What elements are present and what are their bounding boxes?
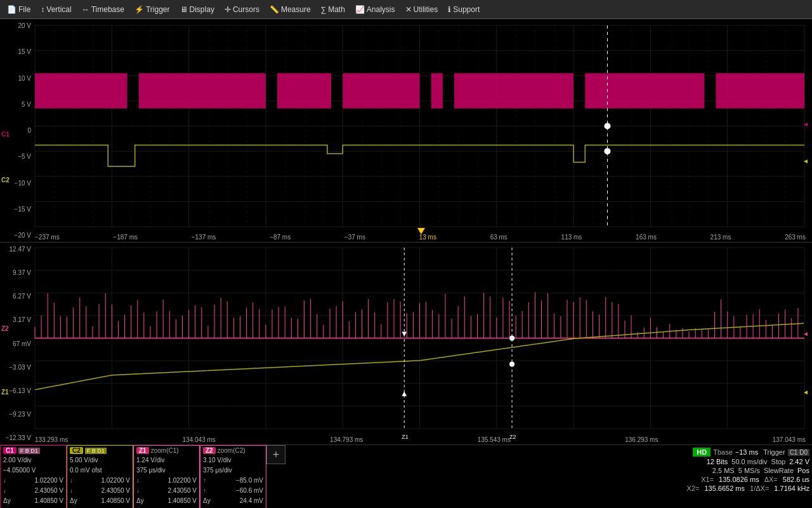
- c2-rms-row: ↓ 1.02200 V: [70, 476, 130, 486]
- z1-pk-row: ↓ 2.43050 V: [136, 486, 197, 496]
- z1-offset-row: 375 μs/div: [136, 465, 197, 476]
- c1-right-marker: ◄: [802, 121, 809, 128]
- timebase-icon: ↔: [82, 5, 89, 14]
- trigger-icon: ⚡: [134, 5, 144, 14]
- x-label-6: 13 ms: [419, 234, 436, 241]
- x-label-7: 63 ms: [490, 234, 508, 241]
- add-channel-button[interactable]: +: [266, 445, 285, 464]
- menu-display[interactable]: 🖥 Display: [176, 3, 219, 16]
- menu-utilities[interactable]: ✕ Utilities: [401, 3, 443, 16]
- lower-scope: 12.47 V 9.37 V 6.27 V 3.17 V 67 mV −3.03…: [0, 243, 812, 444]
- hd-badge: HD: [693, 448, 710, 457]
- c1-vdiv-row: 2.00 V/div: [3, 455, 63, 465]
- ly-label-8: −9.23 V: [1, 411, 34, 418]
- stop-val: 2.42 V: [789, 458, 809, 465]
- z2-badge: Z2: [203, 447, 216, 454]
- z2-header: Z2 zoom(C2): [203, 447, 263, 454]
- z1-scope-label: Z1: [1, 389, 9, 396]
- c2-offset-val: 0.0 mV ofst: [70, 465, 102, 476]
- c2-vdiv-val: 5.00 V/div: [70, 455, 98, 465]
- z2-info-box: Z2 zoom(C2) 3.10 V/div 375 μs/div ↑ −85.…: [200, 445, 266, 508]
- z1-mode: zoom(C1): [151, 447, 179, 454]
- x-label-1: −237 ms: [35, 234, 60, 241]
- z2-scope-label: Z2: [1, 325, 9, 332]
- x2-row: X2= 135.6652 ms 1/ΔX= 1.7164 kHz: [549, 485, 809, 492]
- z1-rms-row: ↓ 1.02200 V: [136, 476, 197, 486]
- c2-badge: C2: [70, 447, 83, 454]
- utilities-icon: ✕: [405, 5, 412, 14]
- x-label-3: −137 ms: [192, 234, 216, 241]
- dx-val: 582.6 us: [783, 476, 809, 483]
- z2-pk-row: ↑ −60.6 mV: [203, 486, 263, 496]
- c2-f-badge: F B D1: [85, 448, 107, 454]
- x1-row: X1= 135.0826 ms ΔX= 582.6 us: [549, 476, 809, 483]
- z2-right-marker: ◄: [802, 330, 809, 337]
- c2-delta-row: Δy 1.40850 V: [70, 496, 130, 506]
- right-measurement-panel: HD Tbase −13 ms Trigger C1 D0 12 Bits 50…: [546, 445, 812, 508]
- z1-delta-label: Δy: [136, 496, 144, 506]
- z2-vdiv-val: 3.10 V/div: [203, 455, 231, 465]
- ms-rate: 5 MS/s: [738, 467, 760, 474]
- z1-pk-val: 2.43050 V: [167, 486, 197, 496]
- c2-rms-val: 1.02200 V: [101, 476, 130, 486]
- lx-label-3: 134.793 ms: [330, 436, 363, 443]
- c1-f-badge: F B D1: [18, 448, 40, 454]
- menu-analysis[interactable]: 📈 Analysis: [351, 3, 400, 16]
- ly-label-1: 12.47 V: [1, 246, 34, 253]
- c1-scope-label: C1: [1, 131, 10, 138]
- x1-label: X1=: [701, 476, 714, 483]
- c1-pk-val: 2.43050 V: [34, 486, 63, 496]
- z2-delta-label: Δy: [203, 496, 211, 506]
- c1-offset-row: −4.05000 V: [3, 465, 63, 476]
- z2-pk-val: −60.6 mV: [236, 486, 263, 496]
- z2-rms-row: ↑ −85.0 mV: [203, 476, 263, 486]
- c2-header: C2 F B D1: [70, 447, 130, 454]
- y-label-2: 15 V: [1, 48, 34, 55]
- stop-label: Stop: [771, 458, 786, 465]
- z1-delta-row: Δy 1.40850 V: [136, 496, 197, 506]
- z1-delta-val: 1.40850 V: [167, 496, 197, 506]
- x-label-4: −87 ms: [270, 234, 291, 241]
- x-label-10: 213 ms: [710, 234, 731, 241]
- menu-bar: 📄 File ↕ Vertical ↔ Timebase ⚡ Trigger 🖥…: [0, 0, 812, 19]
- menu-cursors[interactable]: ✛ Cursors: [220, 3, 264, 16]
- menu-vertical[interactable]: ↕ Vertical: [36, 3, 75, 16]
- c1-offset-val: −4.05000 V: [3, 465, 36, 476]
- x-label-5: −37 ms: [344, 234, 365, 241]
- c2-pk-row: ↓ 2.43050 V: [70, 486, 130, 496]
- z1-header: Z1 zoom(C1): [136, 447, 197, 454]
- lx-label-5: 136.293 ms: [625, 436, 658, 443]
- y-label-8: −15 V: [1, 206, 34, 213]
- z2-rms-val: −85.0 mV: [236, 476, 263, 486]
- ly-label-5: 67 mV: [1, 340, 34, 347]
- z1-vdiv-val: 1.24 V/div: [136, 455, 164, 465]
- menu-math[interactable]: ∑ Math: [317, 3, 350, 16]
- c1-rms-row: ↓ 1.02200 V: [3, 476, 63, 486]
- scope-area: 20 V 15 V 10 V 5 V 0 −5 V −10 V −15 V −2…: [0, 19, 812, 444]
- x-label-9: 163 ms: [636, 234, 657, 241]
- hd-tbase-row: HD Tbase −13 ms Trigger C1 D0: [549, 448, 809, 457]
- bottom-panel: C1 F B D1 2.00 V/div −4.05000 V ↓ 1.0220…: [0, 444, 812, 508]
- y-label-3: 10 V: [1, 75, 34, 82]
- y-label-6: −5 V: [1, 153, 34, 160]
- tbase-val: −13 ms: [735, 448, 758, 456]
- menu-measure[interactable]: 📏 Measure: [265, 3, 315, 16]
- math-icon: ∑: [321, 5, 327, 14]
- menu-trigger[interactable]: ⚡ Trigger: [130, 3, 174, 16]
- ly-label-2: 9.37 V: [1, 269, 34, 276]
- measure-icon: 📏: [270, 5, 279, 14]
- menu-support[interactable]: ℹ Support: [443, 3, 484, 16]
- c1-delta-label: Δy: [3, 496, 11, 506]
- z1-offset-val: 375 μs/div: [136, 465, 166, 476]
- menu-timebase[interactable]: ↔ Timebase: [77, 3, 129, 16]
- z2-mode: zoom(C2): [218, 447, 246, 454]
- menu-file[interactable]: 📄 File: [3, 3, 35, 16]
- c2-info-box: C2 F B D1 5.00 V/div 0.0 mV ofst ↓ 1.022…: [67, 445, 133, 508]
- z2-delta-row: Δy 24.4 mV: [203, 496, 263, 506]
- c2-pk-val: 2.43050 V: [101, 486, 130, 496]
- lower-x-axis: 133.293 ms 134.043 ms 134.793 ms 135.543…: [35, 436, 806, 443]
- ly-label-3: 6.27 V: [1, 293, 34, 300]
- y-label-9: −20 V: [1, 232, 34, 239]
- y-label-1: 20 V: [1, 22, 34, 29]
- cursors-icon: ✛: [225, 5, 231, 14]
